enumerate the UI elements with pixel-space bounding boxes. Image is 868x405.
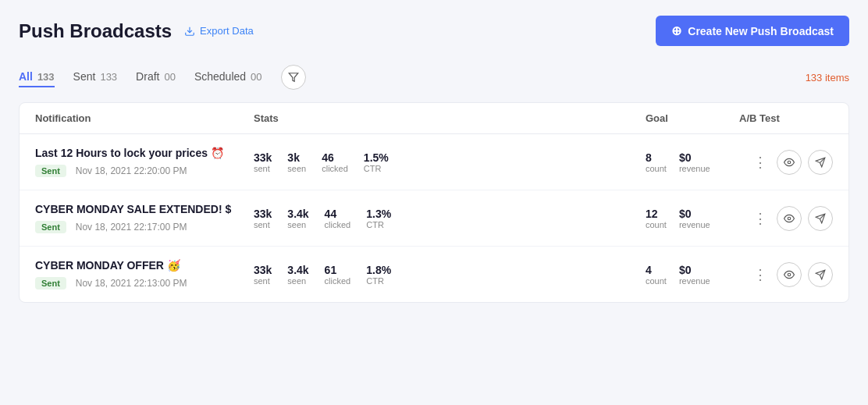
view-button-2[interactable] bbox=[777, 206, 802, 231]
svg-point-5 bbox=[788, 217, 791, 220]
view-button-1[interactable] bbox=[777, 150, 802, 175]
goal-count-2: 12 count bbox=[646, 208, 667, 229]
export-button[interactable]: Export Data bbox=[184, 25, 254, 37]
stat-clicked-2: 44 clicked bbox=[325, 208, 351, 229]
table-header: Notification Stats Goal A/B Test bbox=[20, 103, 848, 134]
notification-date-3: Nov 18, 2021 22:13:00 PM bbox=[76, 278, 187, 289]
stat-sent-3: 33k sent bbox=[254, 264, 272, 286]
notification-title-2: CYBER MONDAY SALE EXTENDED! $ bbox=[35, 203, 254, 215]
abtest-cell-3: ⋮ bbox=[739, 262, 833, 287]
send-button-3[interactable] bbox=[808, 262, 833, 287]
stat-seen-1: 3k seen bbox=[287, 151, 306, 173]
table-row: Last 12 Hours to lock your prices ⏰ Sent… bbox=[20, 134, 848, 190]
abtest-cell-1: ⋮ bbox=[739, 150, 833, 175]
goal-revenue-2: $0 revenue bbox=[679, 208, 710, 229]
send-icon bbox=[815, 157, 826, 168]
goal-cell-1: 8 count $0 revenue bbox=[646, 151, 739, 173]
notification-date-1: Nov 18, 2021 22:20:00 PM bbox=[76, 165, 187, 176]
status-badge-2: Sent bbox=[35, 221, 66, 233]
stats-cell-1: 33k sent 3k seen 46 clicked 1.5% CTR bbox=[254, 151, 646, 173]
svg-point-8 bbox=[788, 273, 791, 276]
tab-sent[interactable]: Sent 133 bbox=[73, 67, 118, 87]
stat-ctr-3: 1.8% CTR bbox=[366, 264, 391, 286]
tab-all[interactable]: All 133 bbox=[19, 67, 55, 87]
filter-icon bbox=[288, 72, 299, 83]
notification-title-1: Last 12 Hours to lock your prices ⏰ bbox=[35, 147, 254, 159]
create-push-broadcast-button[interactable]: ⊕ Create New Push Broadcast bbox=[656, 16, 849, 46]
notification-cell-1: Last 12 Hours to lock your prices ⏰ Sent… bbox=[35, 147, 254, 177]
stat-sent-2: 33k sent bbox=[254, 208, 272, 229]
col-abtest: A/B Test bbox=[739, 112, 833, 124]
tab-draft[interactable]: Draft 00 bbox=[136, 67, 176, 87]
send-button-1[interactable] bbox=[808, 150, 833, 175]
more-options-button-2[interactable]: ⋮ bbox=[750, 207, 770, 230]
stat-clicked-1: 46 clicked bbox=[322, 151, 348, 173]
svg-point-2 bbox=[788, 161, 791, 164]
header-left: Push Broadcasts Export Data bbox=[19, 20, 254, 42]
eye-icon bbox=[784, 157, 795, 168]
col-notification: Notification bbox=[35, 112, 254, 124]
abtest-cell-2: ⋮ bbox=[739, 206, 833, 231]
items-count: 133 items bbox=[806, 72, 849, 83]
notification-cell-2: CYBER MONDAY SALE EXTENDED! $ Sent Nov 1… bbox=[35, 203, 254, 233]
col-goal: Goal bbox=[646, 112, 739, 124]
more-options-button-3[interactable]: ⋮ bbox=[750, 263, 770, 286]
stat-seen-2: 3.4k seen bbox=[287, 208, 308, 229]
page-title: Push Broadcasts bbox=[19, 20, 172, 42]
status-badge-1: Sent bbox=[35, 165, 66, 177]
page-header: Push Broadcasts Export Data ⊕ Create New… bbox=[19, 16, 849, 46]
goal-cell-3: 4 count $0 revenue bbox=[646, 264, 739, 286]
table-row: CYBER MONDAY OFFER 🥳 Sent Nov 18, 2021 2… bbox=[20, 247, 848, 302]
stat-seen-3: 3.4k seen bbox=[287, 264, 308, 286]
stat-ctr-2: 1.3% CTR bbox=[366, 208, 391, 229]
svg-marker-1 bbox=[289, 73, 298, 82]
col-stats: Stats bbox=[254, 112, 646, 124]
status-badge-3: Sent bbox=[35, 277, 66, 290]
filter-bar: All 133 Sent 133 Draft 00 Scheduled 00 1… bbox=[19, 65, 849, 90]
view-button-3[interactable] bbox=[777, 262, 802, 287]
goal-revenue-1: $0 revenue bbox=[679, 151, 710, 173]
notification-cell-3: CYBER MONDAY OFFER 🥳 Sent Nov 18, 2021 2… bbox=[35, 259, 254, 290]
send-icon bbox=[815, 269, 826, 280]
eye-icon bbox=[784, 213, 795, 224]
send-button-2[interactable] bbox=[808, 206, 833, 231]
goal-revenue-3: $0 revenue bbox=[679, 264, 710, 286]
plus-icon: ⊕ bbox=[671, 23, 681, 38]
stats-cell-3: 33k sent 3.4k seen 61 clicked 1.8% CTR bbox=[254, 264, 646, 286]
stat-sent-1: 33k sent bbox=[254, 151, 272, 173]
notification-title-3: CYBER MONDAY OFFER 🥳 bbox=[35, 259, 254, 272]
goal-cell-2: 12 count $0 revenue bbox=[646, 208, 739, 229]
eye-icon bbox=[784, 269, 795, 280]
filter-button[interactable] bbox=[281, 65, 306, 90]
notification-date-2: Nov 18, 2021 22:17:00 PM bbox=[76, 222, 187, 233]
table-row: CYBER MONDAY SALE EXTENDED! $ Sent Nov 1… bbox=[20, 190, 848, 247]
stat-clicked-3: 61 clicked bbox=[325, 264, 351, 286]
more-options-button-1[interactable]: ⋮ bbox=[750, 151, 770, 174]
stats-cell-2: 33k sent 3.4k seen 44 clicked 1.3% CTR bbox=[254, 208, 646, 229]
export-icon bbox=[184, 26, 195, 37]
send-icon bbox=[815, 213, 826, 224]
goal-count-3: 4 count bbox=[646, 264, 667, 286]
broadcasts-table: Notification Stats Goal A/B Test Last 12… bbox=[19, 102, 849, 303]
stat-ctr-1: 1.5% CTR bbox=[364, 151, 389, 173]
tab-scheduled[interactable]: Scheduled 00 bbox=[194, 67, 262, 87]
goal-count-1: 8 count bbox=[646, 151, 667, 173]
